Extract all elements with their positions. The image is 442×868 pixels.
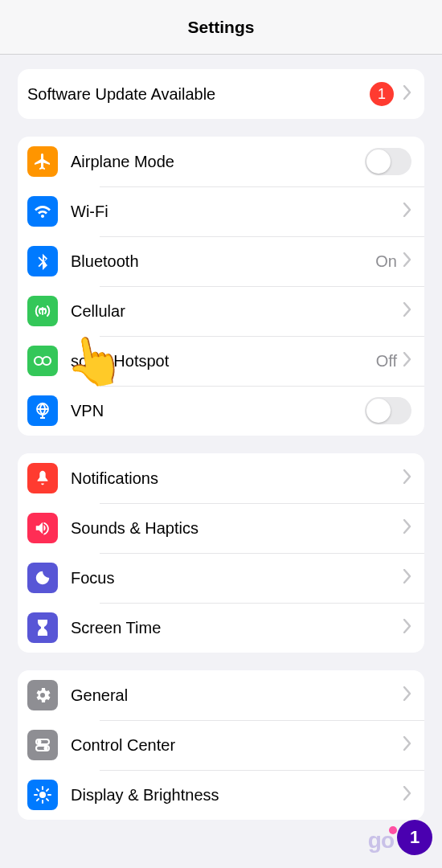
svg-point-0 (35, 357, 43, 365)
focus-label: Focus (71, 569, 403, 588)
wifi-label: Wi-Fi (71, 203, 403, 221)
watermark-logo: go (368, 828, 394, 854)
general-label: General (71, 686, 403, 705)
svg-point-7 (39, 792, 46, 798)
bluetooth-label: Bluetooth (71, 252, 375, 271)
chevron-icon (403, 619, 411, 637)
wifi-row[interactable]: Wi-Fi (18, 186, 424, 236)
control-center-label: Control Center (71, 736, 403, 755)
chevron-icon (403, 85, 411, 103)
notifications-icon (27, 463, 58, 493)
cellular-row[interactable]: Cellular (18, 286, 424, 336)
control-center-icon (27, 730, 58, 760)
page-title: Settings (188, 18, 255, 37)
cellular-label: Cellular (71, 302, 403, 321)
chevron-icon (403, 203, 411, 220)
general-row[interactable]: General (18, 670, 424, 720)
sounds-icon (27, 513, 58, 543)
chevron-icon (403, 569, 411, 587)
vpn-icon (27, 395, 58, 426)
airplane-mode-row[interactable]: Airplane Mode (18, 137, 424, 186)
bluetooth-icon (27, 246, 58, 276)
chevron-icon (403, 352, 411, 370)
wifi-icon (27, 196, 58, 227)
bluetooth-row[interactable]: Bluetooth On (18, 236, 424, 286)
airplane-icon (27, 146, 58, 177)
hotspot-icon (27, 346, 58, 376)
general-group: General Control Center Display & Brightn… (18, 670, 424, 820)
cellular-icon (27, 296, 58, 326)
svg-point-5 (39, 741, 41, 743)
chevron-icon (403, 469, 411, 487)
hotspot-row[interactable]: sonal Hotspot Off (18, 336, 424, 386)
screentime-row[interactable]: Screen Time (18, 603, 424, 653)
control-center-row[interactable]: Control Center (18, 720, 424, 770)
focus-row[interactable]: Focus (18, 553, 424, 603)
notifications-group: Notifications Sounds & Haptics Focus Scr… (18, 453, 424, 653)
update-badge: 1 (370, 82, 394, 106)
settings-header: Settings (0, 0, 442, 55)
step-badge: 1 (397, 820, 432, 855)
sounds-row[interactable]: Sounds & Haptics (18, 503, 424, 553)
step-number: 1 (410, 827, 419, 848)
chevron-icon (403, 302, 411, 320)
vpn-row[interactable]: VPN (18, 386, 424, 436)
software-update-row[interactable]: Software Update Available 1 (18, 69, 424, 119)
screentime-icon (27, 612, 58, 643)
airplane-label: Airplane Mode (71, 153, 365, 171)
svg-point-6 (45, 747, 47, 750)
notifications-row[interactable]: Notifications (18, 453, 424, 503)
software-update-group: Software Update Available 1 (18, 69, 424, 119)
connectivity-group: Airplane Mode Wi-Fi Bluetooth On Cellula… (18, 137, 424, 436)
notifications-label: Notifications (71, 469, 403, 488)
watermark-dot (389, 826, 397, 834)
chevron-icon (403, 786, 411, 804)
vpn-toggle[interactable] (365, 397, 411, 424)
chevron-icon (403, 736, 411, 754)
screentime-label: Screen Time (71, 619, 403, 637)
focus-icon (27, 563, 58, 593)
chevron-icon (403, 252, 411, 270)
bluetooth-value: On (375, 252, 397, 271)
chevron-icon (403, 686, 411, 704)
general-icon (27, 680, 58, 710)
display-label: Display & Brightness (71, 786, 403, 805)
software-update-label: Software Update Available (27, 85, 370, 104)
vpn-label: VPN (71, 402, 365, 420)
hotspot-label: sonal Hotspot (71, 352, 376, 371)
display-row[interactable]: Display & Brightness (18, 770, 424, 820)
svg-point-1 (43, 357, 51, 365)
sounds-label: Sounds & Haptics (71, 519, 403, 538)
chevron-icon (403, 519, 411, 537)
hotspot-value: Off (376, 352, 397, 371)
airplane-toggle[interactable] (365, 148, 411, 175)
display-icon (27, 780, 58, 810)
